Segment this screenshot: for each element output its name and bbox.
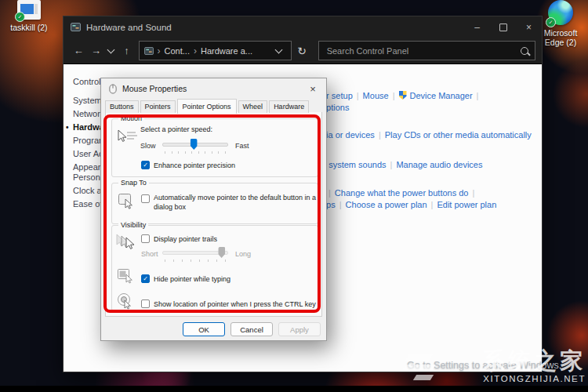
tab-hardware[interactable]: Hardware [269, 100, 309, 113]
check-icon: ✓ [143, 162, 148, 169]
power-links-2: eps|Choose a power plan|Edit power plan [321, 200, 496, 209]
recent-pages-chevron-icon[interactable] [107, 46, 114, 54]
mouse-icon [108, 84, 118, 94]
power-links: |Change what the power buttons do| [325, 188, 478, 198]
pointer-speed-icon [117, 129, 138, 144]
snap-to-label[interactable]: Automatically move pointer to the defaul… [154, 194, 326, 212]
breadcrumb-hardware-sound[interactable]: Hardware a... [201, 46, 252, 56]
maximize-icon [499, 24, 507, 31]
tab-wheel[interactable]: Wheel [238, 100, 268, 113]
dialog-close-icon[interactable]: × [307, 83, 319, 95]
minimize-button[interactable]: – [464, 16, 490, 38]
desktop-icon-edge[interactable]: ✓ Microsoft Edge (2) [536, 0, 585, 47]
short-label: Short [141, 250, 158, 258]
link-separator: | [379, 130, 381, 140]
address-dropdown-chevron-icon[interactable] [275, 46, 283, 54]
address-bar[interactable]: › Cont... › Hardware a... [139, 41, 292, 60]
close-button[interactable]: × [516, 16, 542, 38]
enhance-precision-checkbox[interactable]: ✓ [141, 161, 150, 169]
edge-logo-icon: ✓ [548, 0, 573, 25]
ok-button[interactable]: OK [183, 322, 225, 336]
hide-pointer-icon [117, 268, 136, 285]
breadcrumb-control-panel[interactable]: Cont... [165, 46, 190, 56]
search-input[interactable] [325, 45, 516, 56]
link-separator: | [357, 91, 359, 100]
snap-to-group: Snap To Automatically move pointer to th… [111, 183, 318, 224]
tab-pointer-options[interactable]: Pointer Options [177, 99, 237, 114]
link-separator: | [339, 200, 342, 209]
control-panel-icon [71, 23, 81, 31]
pointer-speed-label: Select a pointer speed: [140, 125, 212, 133]
link-choose-power-plan[interactable]: Choose a power plan [346, 200, 427, 209]
show-pointer-location-checkbox[interactable] [141, 299, 150, 308]
visibility-legend: Visibility [118, 221, 148, 229]
pointer-trails-icon [115, 234, 139, 252]
apply-button: Apply [278, 322, 321, 336]
slider-thumb [218, 247, 225, 258]
refresh-button[interactable]: ↻ [292, 45, 311, 57]
link-play-cds[interactable]: Play CDs or other media automatically [385, 130, 532, 140]
hide-pointer-label[interactable]: Hide pointer while typing [154, 275, 230, 283]
search-icon[interactable] [521, 47, 528, 55]
pointer-speed-slider[interactable] [162, 139, 228, 154]
tab-pointers[interactable]: Pointers [140, 100, 176, 113]
watermark-title: 系统之家 [482, 348, 586, 373]
shortcut-check-badge: ✓ [546, 17, 556, 27]
slider-thumb[interactable] [191, 139, 198, 150]
show-pointer-location-label[interactable]: Show location of pointer when I press th… [154, 300, 316, 308]
desktop-icon-label: taskkill (2) [5, 23, 53, 32]
desktop-icon-label: Microsoft [536, 28, 585, 38]
motion-legend: Motion [118, 114, 144, 122]
devices-printers-links: er setup|Mouse|Device Manager| [321, 91, 482, 100]
window-titlebar: Hardware and Sound – × [64, 16, 542, 38]
snap-to-checkbox[interactable] [141, 194, 150, 203]
link-manage-audio[interactable]: Manage audio devices [396, 160, 482, 169]
uac-shield-icon [399, 91, 407, 100]
watermark-subtitle: XITONGZHIJIA.NET [482, 373, 586, 384]
snap-to-legend: Snap To [118, 179, 149, 187]
desktop-icon-taskkill[interactable]: ✓ taskkill (2) [5, 0, 53, 32]
motion-group: Motion Select a pointer speed: Slow Fast… [111, 118, 318, 177]
pointer-trails-checkbox[interactable] [141, 234, 150, 243]
link-media-devices[interactable]: dia or devices [321, 130, 375, 140]
link-separator: | [431, 200, 434, 209]
snap-to-icon [118, 193, 136, 212]
hide-pointer-checkbox[interactable]: ✓ [141, 274, 150, 283]
window-title: Hardware and Sound [86, 23, 172, 32]
link-separator: | [472, 188, 474, 198]
autoplay-links: dia or devices|Play CDs or other media a… [321, 130, 532, 140]
link-system-sounds[interactable]: e system sounds [321, 160, 387, 169]
tab-buttons[interactable]: Buttons [105, 100, 139, 113]
link-mouse[interactable]: Mouse [363, 91, 389, 100]
link-separator: | [477, 91, 479, 100]
back-button[interactable]: ← [70, 45, 87, 56]
cancel-button[interactable]: Cancel [230, 322, 273, 336]
link-device-manager[interactable]: Device Manager [410, 91, 473, 100]
shortcut-check-badge: ✓ [15, 12, 25, 22]
sound-links: e system sounds|Manage audio devices [321, 160, 482, 169]
search-box[interactable] [318, 41, 535, 60]
enhance-precision-label[interactable]: Enhance pointer precision [154, 162, 235, 169]
visibility-group: Visibility Display pointer trails Short … [111, 225, 318, 311]
dialog-tabs: Buttons Pointers Pointer Options Wheel H… [101, 99, 326, 113]
watermark-logo-icon [404, 354, 445, 381]
pointer-trails-label[interactable]: Display pointer trails [154, 235, 217, 243]
forward-button[interactable]: → [87, 45, 104, 56]
link-edit-power-plan[interactable]: Edit power plan [437, 200, 496, 209]
dialog-buttons: OK Cancel Apply [183, 322, 321, 336]
breadcrumb-separator: › [194, 45, 197, 56]
slider-ticks [165, 260, 226, 262]
check-icon: ✓ [143, 276, 148, 282]
link-separator: | [328, 188, 331, 198]
maximize-button[interactable] [490, 16, 516, 38]
fast-label: Fast [235, 142, 249, 150]
mouse-properties-dialog: Mouse Properties × Buttons Pointers Poin… [100, 78, 327, 341]
link-power-buttons[interactable]: Change what the power buttons do [335, 188, 469, 198]
navigation-toolbar: ← → ↑ › Cont... › Hardware a... ↻ [64, 38, 542, 64]
up-button[interactable]: ↑ [118, 45, 135, 56]
link-separator: | [393, 91, 395, 100]
slider-ticks [165, 151, 226, 154]
site-watermark: 系统之家 XITONGZHIJIA.NET [482, 348, 586, 384]
dialog-title: Mouse Properties [122, 84, 187, 93]
letterbox-bar [0, 386, 588, 392]
